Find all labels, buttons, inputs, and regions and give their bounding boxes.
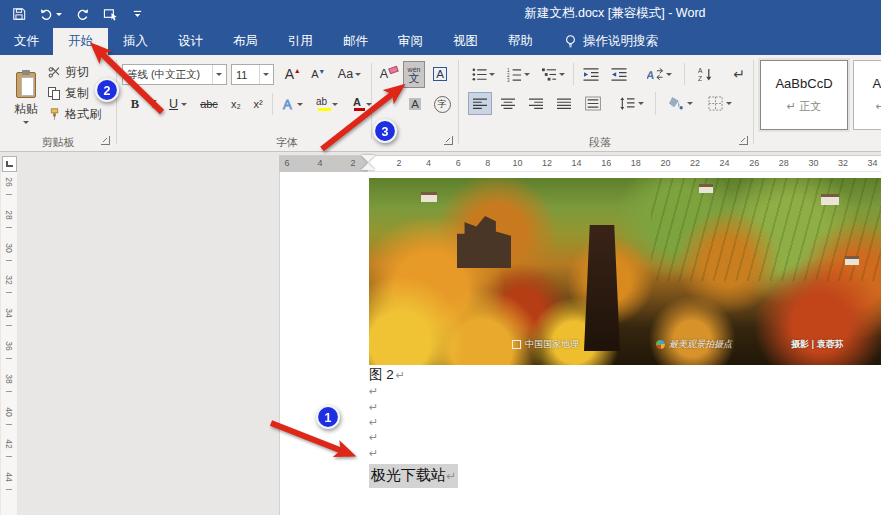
watermark-center: 最美观景拍摄点 bbox=[656, 338, 732, 351]
justify-button[interactable] bbox=[552, 92, 576, 115]
svg-text:A: A bbox=[283, 97, 292, 112]
increase-indent-button[interactable] bbox=[607, 63, 631, 85]
text-highlight-button[interactable]: ab bbox=[312, 93, 342, 115]
copy-button[interactable]: 复制 bbox=[48, 85, 89, 102]
clipboard-group-label: 剪贴板 bbox=[42, 135, 75, 150]
phonetic-hanzi: 文 bbox=[409, 73, 420, 84]
line-spacing-icon bbox=[619, 96, 635, 111]
character-border-button[interactable]: A bbox=[429, 63, 451, 85]
line-spacing-button[interactable] bbox=[614, 92, 648, 115]
tab-home[interactable]: 开始 bbox=[53, 28, 108, 55]
tab-layout[interactable]: 布局 bbox=[218, 28, 273, 55]
font-dialog-launcher[interactable] bbox=[444, 136, 453, 145]
distribute-button[interactable] bbox=[580, 92, 606, 115]
highlighter-icon: ab bbox=[316, 96, 330, 112]
redo-icon[interactable] bbox=[75, 7, 90, 21]
tab-file[interactable]: 文件 bbox=[0, 28, 53, 55]
style-normal[interactable]: AaBbCcD ↵ 正文 bbox=[760, 60, 848, 130]
align-center-icon bbox=[501, 97, 515, 111]
customize-qat-icon[interactable] bbox=[132, 8, 143, 20]
sort-button[interactable]: AZ bbox=[692, 63, 718, 85]
change-case-button[interactable]: Aa bbox=[333, 62, 366, 86]
shading-button[interactable] bbox=[663, 92, 697, 115]
eraser-icon bbox=[388, 66, 399, 75]
numbering-button[interactable]: 123 bbox=[503, 63, 533, 85]
character-shading-button[interactable]: A bbox=[404, 93, 426, 115]
empty-paragraph-mark: ↵ bbox=[369, 384, 378, 399]
selected-paragraph[interactable]: 极光下载站↵ bbox=[369, 464, 458, 488]
paragraph-group-label: 段落 bbox=[589, 135, 611, 150]
format-painter-button[interactable]: 格式刷 bbox=[48, 106, 101, 123]
grow-font-button[interactable]: A▴ bbox=[280, 62, 304, 86]
watermark-right: 摄影 | 袁蓉荪 bbox=[791, 338, 844, 351]
tell-me-label: 操作说明搜索 bbox=[583, 33, 658, 50]
cut-button[interactable]: 剪切 bbox=[48, 64, 89, 81]
tab-references[interactable]: 引用 bbox=[273, 28, 328, 55]
align-left-button[interactable] bbox=[468, 92, 492, 115]
paragraph-dialog-launcher[interactable] bbox=[739, 136, 748, 145]
tab-view[interactable]: 视图 bbox=[438, 28, 493, 55]
align-right-button[interactable] bbox=[524, 92, 548, 115]
tab-selector-box[interactable] bbox=[2, 156, 17, 172]
multilevel-list-icon bbox=[542, 67, 557, 82]
phonetic-guide-button[interactable]: wén 文 bbox=[403, 61, 425, 88]
decrease-indent-button[interactable] bbox=[579, 63, 603, 85]
borders-icon bbox=[708, 96, 723, 111]
touch-mode-icon[interactable] bbox=[103, 7, 119, 22]
borders-button[interactable] bbox=[703, 92, 737, 115]
show-marks-icon: ↵ bbox=[733, 66, 745, 82]
font-name-combo[interactable]: 等线 (中文正文) bbox=[122, 64, 227, 85]
bold-button[interactable]: B bbox=[126, 93, 144, 115]
superscript-button[interactable]: x² bbox=[248, 93, 268, 115]
vruler[interactable]: 26283032343638404244 bbox=[1, 172, 17, 515]
font-color-button[interactable]: A bbox=[348, 93, 376, 115]
text-effects-button[interactable]: A bbox=[278, 93, 306, 115]
ribbon: 粘贴 剪切 复制 格式刷 剪贴板 等线 (中文正文) 11 bbox=[0, 55, 881, 152]
tab-review[interactable]: 审阅 bbox=[383, 28, 438, 55]
subscript-button[interactable]: x₂ bbox=[226, 93, 246, 115]
enclose-characters-button[interactable]: 字 bbox=[431, 93, 453, 115]
multilevel-list-button[interactable] bbox=[538, 63, 568, 85]
strikethrough-button[interactable]: abc bbox=[196, 93, 222, 115]
svg-text:Z: Z bbox=[698, 75, 702, 82]
italic-button[interactable]: I bbox=[146, 93, 162, 115]
align-center-button[interactable] bbox=[496, 92, 520, 115]
paste-label: 粘贴 bbox=[14, 101, 38, 118]
style-no-spacing[interactable]: AaBbC ↵ 无间 bbox=[853, 60, 881, 130]
paste-dropdown[interactable] bbox=[23, 121, 29, 124]
sort-icon: AZ bbox=[698, 67, 713, 82]
clipboard-dialog-launcher[interactable] bbox=[101, 136, 110, 145]
empty-paragraph-mark: ↵ bbox=[369, 446, 378, 461]
tab-mailings[interactable]: 邮件 bbox=[328, 28, 383, 55]
small-separator bbox=[655, 92, 656, 115]
tell-me-search[interactable]: 操作说明搜索 bbox=[554, 28, 668, 55]
field-rows-texture bbox=[651, 178, 881, 281]
svg-text:3: 3 bbox=[507, 78, 510, 82]
tab-insert[interactable]: 插入 bbox=[108, 28, 163, 55]
font-size-combo[interactable]: 11 bbox=[231, 64, 274, 85]
tab-design[interactable]: 设计 bbox=[163, 28, 218, 55]
document-photo[interactable]: 中国国家地理 最美观景拍摄点 摄影 | 袁蓉荪 bbox=[369, 178, 881, 365]
house bbox=[421, 192, 437, 202]
hanging-indent-marker[interactable] bbox=[361, 163, 375, 170]
clear-formatting-button[interactable]: A bbox=[377, 62, 401, 86]
undo-icon[interactable] bbox=[39, 7, 62, 21]
save-icon[interactable] bbox=[12, 7, 26, 21]
document-page[interactable]: 中国国家地理 最美观景拍摄点 摄影 | 袁蓉荪 图 2↵ ↵↵↵↵↵ 极光下载站… bbox=[279, 172, 881, 515]
bullets-button[interactable] bbox=[468, 63, 498, 85]
svg-text:A: A bbox=[647, 69, 655, 81]
underline-button[interactable]: U bbox=[164, 93, 192, 115]
font-color-icon: A bbox=[352, 96, 364, 112]
font-size-value: 11 bbox=[236, 69, 247, 81]
asian-layout-button[interactable]: A bbox=[641, 63, 677, 85]
first-line-indent-marker[interactable] bbox=[361, 155, 375, 162]
style-label: ↵ 无间 bbox=[876, 99, 881, 114]
figure-caption: 图 2↵ bbox=[369, 366, 405, 384]
shrink-font-button[interactable]: A▾ bbox=[306, 62, 329, 86]
selected-text[interactable]: 极光下载站↵ bbox=[369, 464, 458, 488]
paste-button[interactable]: 粘贴 bbox=[8, 62, 44, 134]
scenic-spot-logo-icon bbox=[656, 340, 665, 349]
tab-help[interactable]: 帮助 bbox=[493, 28, 548, 55]
show-marks-button[interactable]: ↵ bbox=[728, 63, 750, 85]
distribute-icon bbox=[585, 96, 601, 111]
